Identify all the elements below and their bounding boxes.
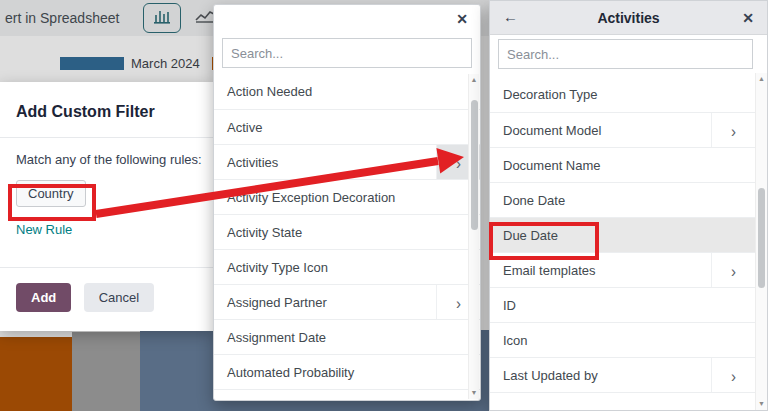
list-item[interactable]: Assignment Date [214,319,480,354]
submenu-scrollbar[interactable]: ▲ ▼ [755,73,767,410]
close-icon[interactable]: ✕ [456,12,468,26]
submenu-search-input[interactable] [498,39,753,69]
list-item[interactable]: Action Needed [214,74,480,109]
list-item-document-model[interactable]: Document Model › [490,112,755,147]
list-item-assigned-partner[interactable]: Assigned Partner › [214,284,480,319]
scroll-down-icon[interactable]: ▼ [756,398,767,410]
scroll-up-icon[interactable]: ▲ [469,74,479,86]
field-list-scrollbar[interactable]: ▲ ▼ [468,74,479,399]
scroll-up-icon[interactable]: ▲ [756,73,767,85]
activities-submenu: ← Activities ✕ Decoration Type Document … [489,0,768,411]
chevron-right-icon: › [731,261,736,278]
match-rules-text: Match any of the following rules: [16,152,213,167]
scrollbar-thumb[interactable] [758,188,765,288]
back-icon[interactable]: ← [503,9,518,24]
chevron-right-icon: › [731,121,736,138]
scrollbar-thumb[interactable] [471,100,478,230]
screen: ert in Spreadsheet March 2024 Add Custom… [0,0,768,411]
add-custom-filter-dialog: Add Custom Filter Match any of the follo… [0,82,213,331]
list-item[interactable]: Document Name [490,147,755,182]
field-search-input[interactable] [222,38,472,68]
list-item-last-updated-by[interactable]: Last Updated by › [490,357,755,392]
close-icon[interactable]: ✕ [742,11,754,25]
chevron-right-icon: › [731,366,736,383]
list-item-due-date[interactable]: Due Date [490,217,755,252]
submenu-list: Decoration Type Document Model › Documen… [490,77,755,410]
expand-last-updated-by-button[interactable]: › [711,358,755,392]
expand-document-model-button[interactable]: › [711,113,755,147]
chevron-right-icon: › [456,293,461,310]
list-item-activities[interactable]: Activities › [214,144,480,179]
list-item-email-templates[interactable]: Email templates › [490,252,755,287]
add-button[interactable]: Add [16,283,71,312]
list-item[interactable]: Blacklist [214,389,480,399]
scroll-down-icon[interactable]: ▼ [469,387,479,399]
list-item[interactable]: Activity Type Icon [214,249,480,284]
submenu-title: Activities [597,10,659,26]
list-item[interactable]: Activity State [214,214,480,249]
list-item[interactable]: Automated Probability [214,354,480,389]
dialog-footer: Add Cancel [0,267,213,331]
new-rule-link[interactable]: New Rule [16,222,213,237]
chevron-right-icon: › [456,153,461,170]
list-item[interactable]: Done Date [490,182,755,217]
field-list: Action Needed Active Activities › Activi… [214,74,480,399]
list-item [490,392,755,410]
list-item[interactable]: Decoration Type [490,77,755,112]
submenu-header: ← Activities ✕ [490,1,767,35]
list-item[interactable]: Active [214,109,480,144]
expand-email-templates-button[interactable]: › [711,253,755,287]
dialog-title: Add Custom Filter [0,82,213,138]
cancel-button[interactable]: Cancel [84,283,154,312]
list-item[interactable]: Icon [490,322,755,357]
field-selector-menu: ✕ Action Needed Active Activities › Acti… [213,4,481,401]
field-selector-country[interactable]: Country [16,180,86,207]
list-item[interactable]: ID [490,287,755,322]
list-item[interactable]: Activity Exception Decoration [214,179,480,214]
